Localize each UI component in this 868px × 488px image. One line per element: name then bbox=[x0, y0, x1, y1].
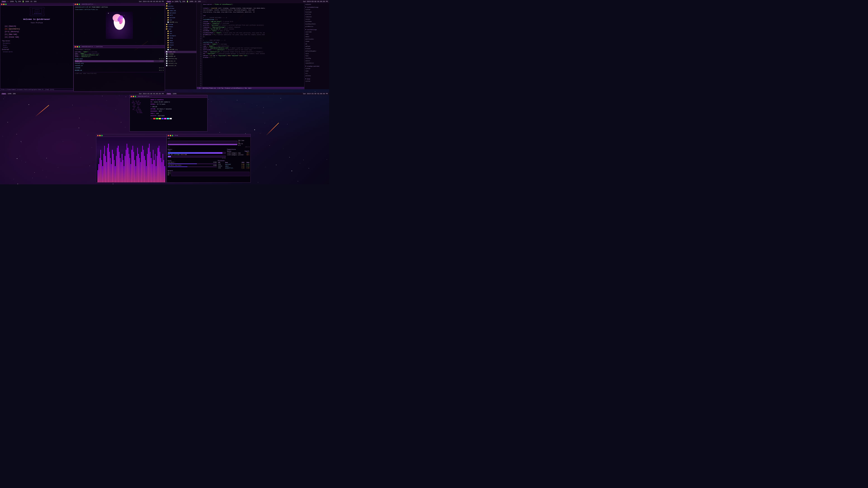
fl-row-flakelock[interactable]: flake.lock 27.5 K bbox=[75, 58, 164, 60]
workspace-tag4[interactable]: Tech bbox=[166, 93, 171, 95]
outline-np-system[interactable]: system bbox=[305, 68, 329, 70]
outline-editor[interactable]: editor bbox=[305, 60, 329, 62]
outline-font[interactable]: font bbox=[305, 55, 329, 57]
outline-bootmode[interactable]: bootMode bbox=[305, 21, 329, 23]
outline-spawnedit[interactable]: spawnEditor bbox=[305, 62, 329, 65]
fl-max[interactable] bbox=[79, 46, 80, 47]
outline-email[interactable]: email bbox=[305, 36, 329, 38]
bookmark-videos[interactable]: Videos bbox=[2, 46, 71, 48]
workspace-tag[interactable]: Tech bbox=[1, 1, 6, 2]
outline-username[interactable]: username bbox=[305, 31, 329, 33]
fl-min[interactable] bbox=[76, 46, 78, 47]
outline-fontpkg[interactable]: fontPkg bbox=[305, 57, 329, 60]
outline-locale[interactable]: locale bbox=[305, 18, 329, 21]
outline-system[interactable]: ▼ systemSettings bbox=[305, 6, 329, 8]
outline-browser[interactable]: browser bbox=[305, 48, 329, 50]
nf-min[interactable] bbox=[133, 96, 134, 97]
viz-close[interactable] bbox=[97, 135, 98, 136]
outline-name[interactable]: name bbox=[305, 33, 329, 36]
tree-hardensh[interactable]: 📄 harden.sh bbox=[165, 60, 196, 62]
outline-pkgs[interactable]: ▼ pkgs bbox=[305, 77, 329, 80]
htop-max[interactable] bbox=[172, 135, 173, 136]
mt-min[interactable] bbox=[76, 4, 78, 5]
tree-worklab[interactable]: 📁 worklab bbox=[165, 17, 196, 19]
code-line-15: bootMode = "uefi"; # uefi or bios bbox=[203, 30, 303, 32]
mt-close[interactable] bbox=[74, 4, 76, 5]
tree-work[interactable]: 📁 work bbox=[165, 14, 196, 17]
menu-search[interactable]: [o] [Search] bbox=[5, 25, 69, 28]
outline-nixpkgs[interactable]: ▼ nixpkgs-patched bbox=[305, 65, 329, 68]
close-btn[interactable] bbox=[1, 4, 2, 5]
tree-readme-org2[interactable]: 📄 README.org bbox=[165, 48, 196, 51]
outline-dotfilesdir[interactable]: dotfilesDir bbox=[305, 38, 329, 41]
bookmark-external-item[interactable]: octave-works bbox=[2, 51, 71, 53]
viz-bar bbox=[163, 160, 164, 182]
outline-system-sys[interactable]: system bbox=[305, 8, 329, 11]
max-btn[interactable] bbox=[5, 4, 6, 5]
fl-row-installsh[interactable]: install.sh bbox=[75, 65, 164, 67]
outline-defaultroamdir[interactable]: defaultRoamDir bbox=[305, 50, 329, 53]
outline-wmtype[interactable]: wmType bbox=[305, 45, 329, 48]
tree-system[interactable]: 📁 system bbox=[165, 24, 196, 26]
tree-installsh[interactable]: 📄 install.sh bbox=[165, 65, 196, 67]
viz-bar bbox=[130, 164, 131, 182]
code-content[interactable]: description = "Flake of LibrePhoenix"; o… bbox=[202, 3, 304, 87]
fl-row-installorg[interactable]: install.org bbox=[75, 62, 164, 65]
viz-min[interactable] bbox=[99, 135, 101, 136]
tree-pkgs[interactable]: 📁 pkgs bbox=[165, 39, 196, 42]
tree-wm[interactable]: 📁 wm bbox=[165, 46, 196, 48]
outline-pkgs-system[interactable]: system bbox=[305, 80, 329, 83]
tree-homelab[interactable]: 📁 home.lab bbox=[165, 10, 196, 12]
nf-kernel-key: KERNEL: bbox=[151, 103, 156, 105]
tree-readmemd[interactable]: 📄 README.md bbox=[165, 55, 196, 58]
fl-row-license[interactable]: LICENSE 34.2 K bbox=[75, 67, 164, 69]
bookmark-music[interactable]: Music bbox=[2, 44, 71, 46]
outline-np-name[interactable]: name bbox=[305, 70, 329, 72]
outline-np-patches[interactable]: patches bbox=[305, 75, 329, 77]
viz-max[interactable] bbox=[101, 135, 103, 136]
menu-new-tab[interactable]: [t] [New tab] bbox=[5, 33, 69, 36]
menu-history[interactable]: [S h] [History] bbox=[5, 31, 69, 33]
outline-theme[interactable]: theme bbox=[305, 40, 329, 43]
fl-close[interactable] bbox=[74, 46, 76, 47]
nf-close[interactable] bbox=[131, 96, 132, 97]
outline-term[interactable]: term bbox=[305, 53, 329, 55]
outline-timezone[interactable]: timezone bbox=[305, 16, 329, 18]
outline-bootmountpath[interactable]: bootMountPath bbox=[305, 23, 329, 26]
tree-wsl[interactable]: 📁 wsl bbox=[165, 19, 196, 21]
tree-installorg[interactable]: 📄 install.org bbox=[165, 62, 196, 65]
outline-user[interactable]: ▼ userSettings bbox=[305, 28, 329, 31]
fl-row-flakenix[interactable]: flake.nix 2.2 K bbox=[75, 60, 164, 62]
menu-quickmarks[interactable]: [b] [Quickmarks] bbox=[5, 28, 69, 31]
nf-max[interactable] bbox=[135, 96, 136, 97]
bookmark-documents[interactable]: Documents bbox=[2, 42, 71, 44]
outline-wm[interactable]: wm bbox=[305, 43, 329, 45]
tree-readme-org[interactable]: 📄 README.org bbox=[165, 21, 196, 24]
tree-license[interactable]: 📄 LICENSE bbox=[165, 53, 196, 55]
mt-max[interactable] bbox=[79, 4, 80, 5]
menu-close-tab[interactable]: [x] [Close tab] bbox=[5, 36, 69, 39]
tree-lang[interactable]: 📁 lang bbox=[165, 37, 196, 39]
outline-np-src[interactable]: src bbox=[305, 72, 329, 75]
outline-hostname[interactable]: hostname bbox=[305, 11, 329, 13]
tree-personal[interactable]: 📁 personal bbox=[165, 12, 196, 14]
workspace-tag2[interactable]: Tech bbox=[166, 1, 171, 2]
tree-themes[interactable]: 📁 themes bbox=[165, 26, 196, 28]
tree-style[interactable]: 📁 style bbox=[165, 44, 196, 46]
outline-profile[interactable]: profile bbox=[305, 13, 329, 16]
fl-row-readmemd[interactable]: README.md 10.2 K bbox=[75, 69, 164, 72]
tree-bin[interactable]: 📁 bin bbox=[165, 33, 196, 35]
tree-hardware[interactable]: 📁 hardware bbox=[165, 35, 196, 37]
tree-shell[interactable]: 📁 shell bbox=[165, 42, 196, 44]
min-btn[interactable] bbox=[3, 4, 4, 5]
tree-desktoppng[interactable]: 📄 desktop.png bbox=[165, 58, 196, 60]
htop-close[interactable] bbox=[168, 135, 169, 136]
workspace-tag3[interactable]: Tech bbox=[1, 93, 6, 95]
tree-user[interactable]: 📂 user bbox=[165, 28, 196, 30]
htop-min[interactable] bbox=[170, 135, 171, 136]
outline-grubdevice[interactable]: grubDevice bbox=[305, 26, 329, 28]
tree-profiles[interactable]: 📂 profiles bbox=[165, 7, 196, 10]
tree-patches[interactable]: 📁 patches bbox=[165, 5, 196, 7]
tree-flakenix[interactable]: 📄 flake.nix bbox=[165, 51, 196, 53]
tree-app[interactable]: 📁 app bbox=[165, 30, 196, 33]
